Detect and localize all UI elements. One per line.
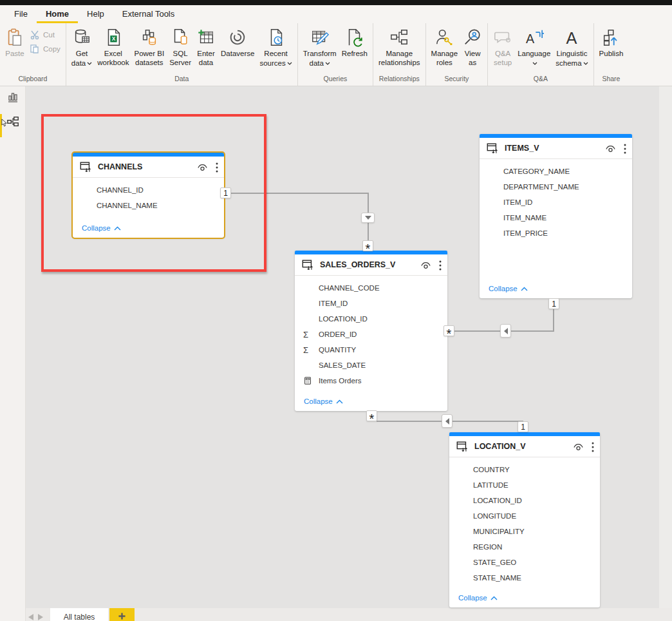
excel-workbook-button[interactable]: XExcelworkbook	[95, 25, 131, 67]
enter-data-button[interactable]: Enterdata	[194, 25, 218, 67]
field-row[interactable]: LONGITUDE	[449, 508, 600, 524]
collapse-link[interactable]: Collapse	[480, 282, 632, 298]
field-label: CHANNEL_NAME	[97, 202, 158, 209]
collapse-link[interactable]: Collapse	[295, 395, 447, 411]
field-row[interactable]: STATE_NAME	[449, 570, 600, 586]
tab-help[interactable]: Help	[78, 6, 113, 23]
cardinality-many-label: *	[443, 325, 454, 336]
recent-sources-button[interactable]: Recentsources	[257, 25, 294, 68]
field-row[interactable]: ΣQUANTITY	[295, 342, 447, 358]
more-options-icon[interactable]	[624, 144, 626, 153]
view-as-button[interactable]: Viewas	[460, 25, 485, 67]
chevron-down-icon	[87, 58, 92, 61]
recent-sources-label: Recentsources	[259, 49, 292, 68]
dataverse-button[interactable]: Dataverse	[218, 25, 257, 58]
table-card-channels[interactable]: CHANNELSCHANNEL_IDCHANNEL_NAMECollapse	[73, 153, 224, 238]
manage-relationships-button[interactable]: Managerelationships	[376, 25, 423, 67]
field-label: ORDER_ID	[319, 330, 357, 338]
field-row[interactable]: ITEM_ID	[295, 296, 447, 311]
get-data-button[interactable]: Getdata	[69, 25, 95, 68]
paste-button: Paste	[3, 25, 27, 58]
field-row[interactable]: STATE_GEO	[449, 555, 600, 570]
refresh-button[interactable]: Refresh	[339, 25, 370, 58]
linguistic-schema-button[interactable]: ALinguisticschema	[553, 25, 590, 68]
publish-label: Publish	[599, 49, 624, 58]
field-label: LOCATION_ID	[473, 497, 522, 504]
tab-nav-arrows	[28, 614, 43, 620]
field-row[interactable]: LATITUDE	[449, 477, 600, 493]
table-card-header[interactable]: CHANNELS	[73, 157, 224, 178]
manage-roles-button[interactable]: Manageroles	[429, 25, 461, 67]
field-row[interactable]: CHANNEL_NAME	[73, 198, 224, 213]
field-row[interactable]: ITEM_ID	[480, 195, 632, 210]
cut-icon	[30, 30, 40, 40]
table-card-items_v[interactable]: ITEMS_VCATEGORY_NAMEDEPARTMENT_NAMEITEM_…	[480, 134, 632, 298]
next-tab-icon[interactable]	[38, 614, 43, 620]
table-title: LOCATION_V	[474, 442, 573, 451]
tab-home[interactable]: Home	[37, 6, 78, 23]
field-label: QUANTITY	[319, 346, 356, 354]
tab-file[interactable]: File	[5, 6, 37, 23]
linguistic-schema-icon: A	[562, 28, 581, 47]
ribbon-group-share: PublishShare	[593, 23, 629, 86]
vertical-scrollbar[interactable]	[659, 86, 672, 608]
field-row[interactable]: ITEM_PRICE	[480, 225, 632, 241]
model-diagram-canvas[interactable]: 1 * * 1 * 1 CHANNELSCHANNEL_IDCHANNEL_NA…	[26, 86, 672, 608]
table-card-sales_orders_v[interactable]: SALES_ORDERS_VCHANNEL_CODEITEM_IDLOCATIO…	[295, 251, 447, 411]
collapse-label: Collapse	[489, 285, 518, 292]
table-card-header[interactable]: SALES_ORDERS_V	[295, 254, 447, 276]
eye-icon[interactable]	[573, 442, 584, 451]
cut-button: Cut	[27, 28, 63, 42]
field-row[interactable]: CHANNEL_ID	[73, 182, 224, 198]
publish-button[interactable]: Publish	[597, 25, 626, 58]
table-card-header[interactable]: LOCATION_V	[449, 436, 600, 457]
field-row[interactable]: COUNTRY	[449, 462, 600, 477]
add-layout-button[interactable]	[109, 608, 135, 621]
tab-all-tables[interactable]: All tables	[50, 608, 108, 621]
dataverse-label: Dataverse	[221, 49, 254, 58]
language-icon: A	[525, 28, 544, 47]
field-row[interactable]: REGION	[449, 539, 600, 555]
sql-server-icon	[171, 28, 190, 47]
tab-external-tools[interactable]: External Tools	[113, 6, 183, 23]
sql-server-label: SQLServer	[169, 49, 191, 67]
sql-server-button[interactable]: SQLServer	[167, 25, 194, 67]
collapse-chevron-icon	[336, 397, 343, 405]
field-row[interactable]: ITEM_NAME	[480, 210, 632, 225]
field-row[interactable]: MUNICIPALITY	[449, 524, 600, 539]
prev-tab-icon[interactable]	[28, 614, 33, 620]
field-row[interactable]: DEPARTMENT_NAME	[480, 179, 632, 195]
title-bar	[0, 0, 672, 5]
field-row[interactable]: CATEGORY_NAME	[480, 164, 632, 179]
eye-icon[interactable]	[197, 162, 208, 171]
collapse-link[interactable]: Collapse	[449, 591, 600, 607]
relationship-line-channels-sales[interactable]	[229, 193, 368, 194]
field-row[interactable]: SALES_DATE	[295, 358, 447, 373]
sidebar-item-report-view[interactable]	[0, 86, 26, 111]
collapse-link[interactable]: Collapse	[73, 222, 224, 238]
field-row[interactable]: ΣORDER_ID	[295, 327, 447, 342]
field-label: MUNICIPALITY	[473, 528, 525, 535]
field-row[interactable]: Items Orders	[295, 373, 447, 388]
chevron-down-icon	[287, 58, 292, 61]
table-card-location_v[interactable]: LOCATION_VCOUNTRYLATITUDELOCATION_IDLONG…	[449, 432, 600, 607]
table-card-header[interactable]: ITEMS_V	[480, 138, 632, 159]
view-as-label: Viewas	[465, 49, 481, 67]
field-row[interactable]: LOCATION_ID	[449, 493, 600, 508]
qa-setup-icon	[493, 28, 512, 47]
eye-icon[interactable]	[420, 260, 431, 269]
power-bi-datasets-icon	[140, 28, 159, 47]
field-row[interactable]: CHANNEL_CODE	[295, 280, 447, 296]
manage-relationships-label: Managerelationships	[378, 49, 420, 67]
copy-label: Copy	[43, 45, 61, 53]
more-options-icon[interactable]	[439, 260, 442, 270]
transform-data-button[interactable]: Transformdata	[301, 25, 339, 68]
more-options-icon[interactable]	[592, 442, 594, 452]
language-button[interactable]: ALanguage	[515, 25, 553, 68]
eye-icon[interactable]	[605, 144, 616, 153]
collapse-label: Collapse	[458, 594, 487, 602]
power-bi-datasets-button[interactable]: Power BIdatasets	[131, 25, 167, 67]
more-options-icon[interactable]	[216, 162, 218, 172]
view-as-icon	[463, 28, 482, 47]
field-row[interactable]: LOCATION_ID	[295, 311, 447, 327]
